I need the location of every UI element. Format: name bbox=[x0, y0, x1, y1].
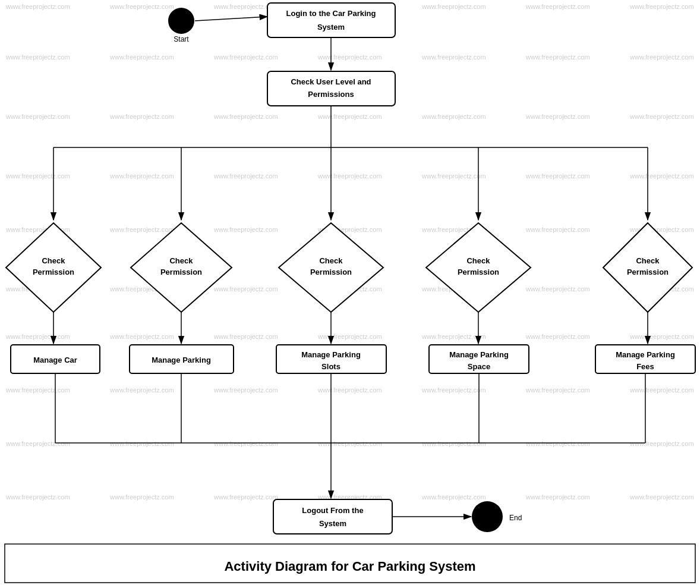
logout-text1: Logout From the bbox=[302, 506, 363, 515]
watermark: www.freeprojectz.com bbox=[5, 440, 70, 447]
watermark: www.freeprojectz.com bbox=[317, 440, 382, 447]
diagram-title: Activity Diagram for Car Parking System bbox=[224, 559, 475, 574]
watermark: www.freeprojectz.com bbox=[109, 386, 174, 394]
watermark: www.freeprojectz.com bbox=[629, 440, 694, 447]
watermark: www.freeprojectz.com bbox=[213, 440, 278, 447]
watermark: www.freeprojectz.com bbox=[109, 113, 174, 120]
start-circle bbox=[168, 8, 194, 34]
watermark: www.freeprojectz.com bbox=[109, 333, 174, 340]
watermark: www.freeprojectz.com bbox=[213, 386, 278, 394]
watermark: www.freeprojectz.com bbox=[109, 3, 174, 10]
watermark: www.freeprojectz.com bbox=[525, 285, 590, 293]
watermark: www.freeprojectz.com bbox=[421, 113, 486, 120]
end-circle bbox=[472, 501, 503, 532]
watermark: www.freeprojectz.com bbox=[525, 54, 590, 61]
diamond5-text2: Permission bbox=[627, 268, 669, 276]
watermark: www.freeprojectz.com bbox=[525, 3, 590, 10]
watermark: www.freeprojectz.com bbox=[421, 3, 486, 10]
watermark: www.freeprojectz.com bbox=[5, 113, 70, 120]
watermark: www.freeprojectz.com bbox=[109, 440, 174, 447]
watermark: www.freeprojectz.com bbox=[317, 172, 382, 180]
watermark: www.freeprojectz.com bbox=[317, 113, 382, 120]
diamond2-text1: Check bbox=[169, 256, 193, 265]
watermark: www.freeprojectz.com bbox=[109, 54, 174, 61]
diamond5-text1: Check bbox=[636, 256, 660, 265]
logout-text2: System bbox=[319, 519, 346, 528]
diamond4-text1: Check bbox=[466, 256, 490, 265]
watermark: www.freeprojectz.com bbox=[629, 113, 694, 120]
watermark: www.freeprojectz.com bbox=[213, 285, 278, 293]
watermark: www.freeprojectz.com bbox=[317, 386, 382, 394]
diagram-container: www.freeprojectz.com www.freeprojectz.co… bbox=[0, 0, 700, 588]
watermark: www.freeprojectz.com bbox=[525, 493, 590, 501]
watermark: www.freeprojectz.com bbox=[5, 386, 70, 394]
end-label: End bbox=[509, 514, 522, 522]
watermark: www.freeprojectz.com bbox=[109, 226, 174, 233]
login-box bbox=[267, 3, 395, 37]
manage-car-text: Manage Car bbox=[33, 356, 77, 364]
check-user-text2: Permissions bbox=[308, 90, 354, 99]
logout-box bbox=[273, 499, 392, 534]
watermark: www.freeprojectz.com bbox=[317, 54, 382, 61]
manage-fees-text1: Manage Parking bbox=[616, 350, 675, 359]
watermark: www.freeprojectz.com bbox=[421, 386, 486, 394]
watermark: www.freeprojectz.com bbox=[629, 172, 694, 180]
manage-space-text2: Space bbox=[468, 362, 490, 371]
watermark: www.freeprojectz.com bbox=[213, 113, 278, 120]
diamond1-text2: Permission bbox=[33, 268, 74, 276]
watermark: www.freeprojectz.com bbox=[317, 333, 382, 340]
watermark: www.freeprojectz.com bbox=[629, 54, 694, 61]
watermark: www.freeprojectz.com bbox=[421, 54, 486, 61]
watermark: www.freeprojectz.com bbox=[629, 3, 694, 10]
watermark: www.freeprojectz.com bbox=[5, 172, 70, 180]
watermark: www.freeprojectz.com bbox=[525, 440, 590, 447]
check-user-box bbox=[267, 71, 395, 106]
manage-parking-text: Manage Parking bbox=[152, 356, 211, 364]
arrow-start-login bbox=[195, 17, 267, 21]
login-text-line1: Login to the Car Parking bbox=[286, 9, 376, 18]
manage-space-text1: Manage Parking bbox=[449, 350, 509, 359]
watermark: www.freeprojectz.com bbox=[629, 493, 694, 501]
watermark: www.freeprojectz.com bbox=[5, 493, 70, 501]
watermark: www.freeprojectz.com bbox=[525, 386, 590, 394]
watermark: www.freeprojectz.com bbox=[421, 172, 486, 180]
start-label: Start bbox=[174, 35, 189, 43]
watermark: www.freeprojectz.com bbox=[213, 333, 278, 340]
manage-slots-text1: Manage Parking bbox=[301, 350, 361, 359]
watermark: www.freeprojectz.com bbox=[5, 333, 70, 340]
watermark: www.freeprojectz.com bbox=[213, 226, 278, 233]
check-user-text1: Check User Level and bbox=[291, 77, 371, 86]
watermark: www.freeprojectz.com bbox=[109, 493, 174, 501]
watermark: www.freeprojectz.com bbox=[213, 493, 278, 501]
watermark: www.freeprojectz.com bbox=[421, 333, 486, 340]
login-text-line2: System bbox=[317, 23, 345, 32]
watermark: www.freeprojectz.com bbox=[5, 3, 70, 10]
watermark: www.freeprojectz.com bbox=[525, 172, 590, 180]
watermark: www.freeprojectz.com bbox=[525, 226, 590, 233]
watermark: www.freeprojectz.com bbox=[629, 386, 694, 394]
watermark: www.freeprojectz.com bbox=[525, 113, 590, 120]
manage-fees-text2: Fees bbox=[636, 362, 654, 371]
watermark: www.freeprojectz.com bbox=[421, 493, 486, 501]
watermark: www.freeprojectz.com bbox=[5, 54, 70, 61]
watermark: www.freeprojectz.com bbox=[629, 333, 694, 340]
watermark: www.freeprojectz.com bbox=[109, 172, 174, 180]
watermark: www.freeprojectz.com bbox=[213, 172, 278, 180]
diamond3-text1: Check bbox=[319, 256, 343, 265]
watermark: www.freeprojectz.com bbox=[525, 333, 590, 340]
watermark: www.freeprojectz.com bbox=[421, 440, 486, 447]
watermark: www.freeprojectz.com bbox=[213, 54, 278, 61]
diamond2-text2: Permission bbox=[160, 268, 202, 276]
diamond1-text1: Check bbox=[42, 256, 65, 265]
diamond3-text2: Permission bbox=[310, 268, 352, 276]
manage-slots-text2: Slots bbox=[321, 362, 340, 371]
diamond4-text2: Permission bbox=[458, 268, 499, 276]
